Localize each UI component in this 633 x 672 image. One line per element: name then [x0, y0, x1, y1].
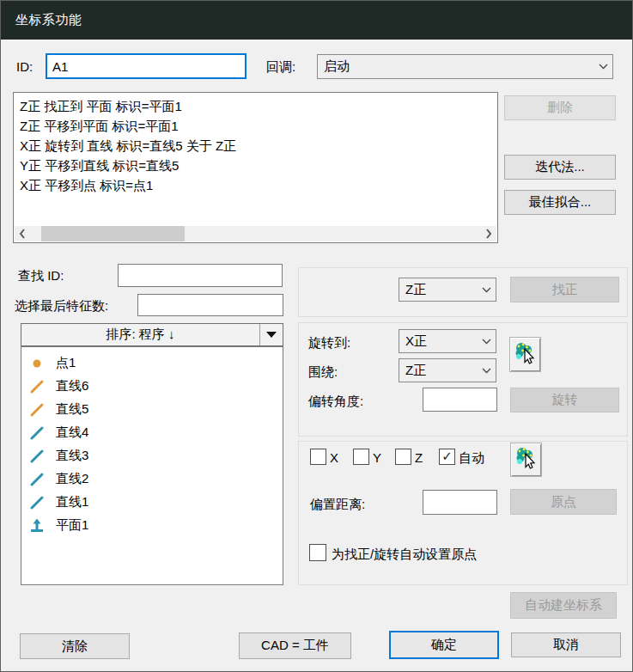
rotate-about-value: Z正 [405, 363, 477, 379]
sort-dropdown-button[interactable] [259, 324, 283, 345]
z-checkbox[interactable] [395, 449, 411, 465]
offset-distance-label: 偏置距离: [310, 497, 365, 513]
offset-distance-input[interactable] [423, 490, 497, 515]
callback-select[interactable]: 启动 [317, 54, 613, 79]
plane-icon [28, 518, 46, 534]
line-icon [28, 495, 46, 510]
chevron-down-icon [477, 339, 496, 345]
sort-label: 排序: 程序 ↓ [21, 324, 259, 345]
line-icon [28, 379, 46, 394]
rotate-to-label: 旋转到: [308, 335, 350, 351]
chevron-down-icon [593, 64, 612, 70]
chevron-down-icon [477, 368, 496, 374]
alignment-dialog: 坐标系功能 ID: 回调: 启动 Z正 找正到 平面 标识=平面1 Z正 平移到… [0, 0, 633, 672]
feature-item[interactable]: 直线4 [21, 421, 283, 444]
pick-feature-button[interactable] [509, 337, 541, 372]
find-id-label: 查找 ID: [18, 268, 64, 284]
feature-item[interactable]: 直线5 [21, 398, 283, 421]
tree-cursor-icon [514, 446, 538, 473]
rotate-to-value: X正 [405, 333, 477, 350]
callback-value: 启动 [324, 58, 593, 75]
callback-label: 回调: [266, 59, 295, 76]
offset-angle-label: 偏转角度: [308, 394, 363, 410]
auto-origin-checkbox[interactable] [309, 544, 326, 561]
best-fit-button[interactable]: 最佳拟合... [504, 190, 616, 215]
scrollbar-track[interactable] [30, 226, 481, 241]
rotate-button[interactable]: 旋转 [510, 388, 619, 412]
delete-button[interactable]: 删除 [504, 95, 616, 120]
id-input[interactable] [46, 53, 247, 79]
feature-label: 直线3 [56, 448, 88, 464]
title-bar: 坐标系功能 [1, 1, 633, 40]
select-last-label: 选择最后特征数: [15, 298, 108, 315]
auto-checkbox-label: 自动 [459, 450, 484, 467]
cad-equals-part-button[interactable]: CAD = 工件 [239, 632, 351, 659]
feature-label: 直线6 [56, 378, 88, 394]
point-icon [28, 356, 46, 371]
align-axis-value: Z正 [405, 282, 477, 298]
line-icon [28, 449, 46, 464]
feature-label: 直线1 [56, 494, 88, 510]
feature-label: 直线2 [56, 471, 88, 487]
z-checkbox-label: Z [415, 450, 423, 465]
horizontal-scrollbar[interactable] [15, 226, 496, 241]
alignment-steps-list[interactable]: Z正 找正到 平面 标识=平面1 Z正 平移到平面 标识=平面1 X正 旋转到 … [13, 92, 498, 243]
rotate-about-label: 围绕: [308, 364, 338, 381]
feature-item[interactable]: 直线2 [21, 467, 283, 491]
origin-button[interactable]: 原点 [510, 489, 617, 515]
id-label: ID: [16, 59, 33, 74]
x-checkbox[interactable] [310, 449, 326, 465]
sort-header[interactable]: 排序: 程序 ↓ [21, 323, 283, 346]
feature-label: 平面1 [56, 517, 88, 534]
alignment-step[interactable]: Z正 平移到平面 标识=平面1 [20, 116, 491, 136]
rotate-to-select[interactable]: X正 [399, 329, 496, 353]
rotate-about-select[interactable]: Z正 [399, 358, 496, 382]
alignment-step[interactable]: X正 旋转到 直线 标识=直线5 关于 Z正 [20, 136, 491, 156]
dialog-title: 坐标系功能 [15, 12, 82, 28]
find-id-input[interactable] [118, 264, 283, 287]
cancel-button[interactable]: 取消 [511, 632, 621, 657]
pick-origin-feature-button[interactable] [510, 443, 542, 477]
feature-label: 直线4 [56, 425, 88, 441]
select-last-input[interactable] [137, 294, 283, 316]
x-checkbox-label: X [330, 450, 338, 465]
auto-create-alignment-button[interactable]: 自动建坐标系 [510, 592, 617, 619]
scrollbar-thumb[interactable] [41, 226, 185, 241]
tree-cursor-icon [514, 341, 537, 369]
alignment-step[interactable]: Y正 平移到直线 标识=直线5 [20, 156, 491, 175]
line-icon [28, 425, 46, 441]
auto-origin-label: 为找正/旋转自动设置原点 [332, 547, 477, 563]
line-icon [28, 402, 46, 418]
alignment-step[interactable]: X正 平移到点 标识=点1 [20, 175, 491, 195]
y-checkbox[interactable] [353, 449, 369, 465]
feature-item[interactable]: 直线1 [21, 491, 283, 514]
feature-item[interactable]: 直线3 [21, 444, 283, 467]
iterative-button[interactable]: 迭代法... [504, 155, 616, 180]
scroll-right-icon[interactable] [481, 226, 496, 241]
auto-checkbox[interactable] [439, 449, 455, 465]
clear-button[interactable]: 清除 [20, 633, 130, 659]
y-checkbox-label: Y [373, 450, 381, 465]
align-button[interactable]: 找正 [510, 277, 619, 302]
feature-list[interactable]: 点1 直线6 直线5 直线4 直线3 直线2 [21, 346, 283, 585]
offset-angle-input[interactable] [423, 388, 497, 412]
feature-item[interactable]: 平面1 [21, 514, 283, 537]
feature-label: 点1 [56, 355, 76, 371]
chevron-down-icon [477, 287, 496, 293]
feature-item[interactable]: 直线6 [21, 375, 283, 398]
scroll-left-icon[interactable] [15, 226, 30, 241]
triangle-down-icon [266, 332, 277, 338]
line-icon [28, 472, 46, 487]
alignment-step[interactable]: Z正 找正到 平面 标识=平面1 [20, 96, 491, 116]
ok-button[interactable]: 确定 [389, 631, 499, 659]
feature-item[interactable]: 点1 [21, 351, 283, 375]
feature-label: 直线5 [56, 401, 88, 418]
align-axis-select[interactable]: Z正 [399, 278, 496, 302]
